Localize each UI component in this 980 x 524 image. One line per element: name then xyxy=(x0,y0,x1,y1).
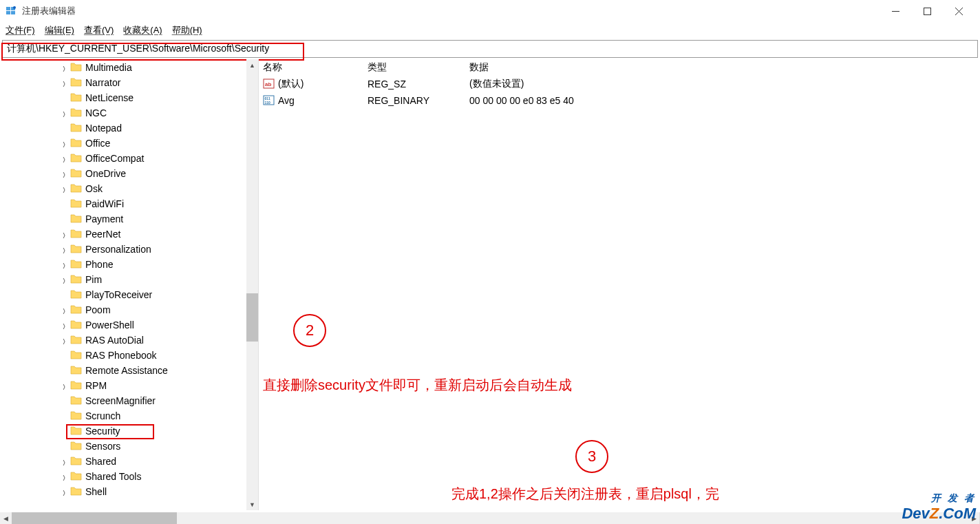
tree-item-rpm[interactable]: ›RPM xyxy=(0,378,258,393)
hscroll-left-button[interactable]: ◀ xyxy=(0,512,12,524)
chevron-right-icon[interactable]: › xyxy=(59,302,69,317)
chevron-right-icon[interactable]: › xyxy=(59,105,69,120)
hscroll-thumb[interactable] xyxy=(12,512,177,524)
tree-item-label: OneDrive xyxy=(85,168,126,179)
chevron-right-icon[interactable]: › xyxy=(59,181,69,196)
tree-item-label: Pim xyxy=(85,274,102,285)
tree-item-poom[interactable]: ›Poom xyxy=(0,302,258,317)
chevron-right-icon[interactable]: › xyxy=(59,242,69,257)
chevron-right-icon[interactable]: › xyxy=(59,378,69,393)
horizontal-scrollbar[interactable]: ◀ ▶ xyxy=(0,512,980,524)
chevron-right-icon[interactable]: › xyxy=(59,60,69,75)
tree-item-notepad[interactable]: Notepad xyxy=(0,120,258,136)
value-list[interactable]: ab(默认)REG_SZ(数值未设置)011110AvgREG_BINARY00… xyxy=(259,76,980,109)
col-data[interactable]: 数据 xyxy=(469,61,980,74)
tree-item-label: ScreenMagnifier xyxy=(85,395,156,406)
menu-view[interactable]: 查看(V) xyxy=(84,24,114,36)
folder-icon xyxy=(70,107,83,118)
tree-item-phone[interactable]: ›Phone xyxy=(0,257,258,272)
svg-text:110: 110 xyxy=(265,101,271,105)
maximize-button[interactable] xyxy=(911,0,943,22)
address-bar[interactable]: 计算机\HKEY_CURRENT_USER\Software\Microsoft… xyxy=(2,40,978,58)
menu-favorites[interactable]: 收藏夹(A) xyxy=(123,24,162,36)
folder-icon xyxy=(70,395,83,406)
folder-icon xyxy=(70,168,83,179)
tree-item-security[interactable]: Security xyxy=(0,423,258,439)
folder-icon xyxy=(70,350,83,361)
tree-item-label: PaidWiFi xyxy=(85,198,124,209)
tree-item-ngc[interactable]: ›NGC xyxy=(0,105,258,120)
value-name: Avg xyxy=(278,95,368,106)
tree-item-label: Multimedia xyxy=(85,62,132,73)
folder-icon xyxy=(70,304,83,315)
tree-item-label: RPM xyxy=(85,380,107,391)
col-name[interactable]: 名称 xyxy=(263,61,368,74)
svg-rect-2 xyxy=(6,11,10,14)
tree-item-remote-assistance[interactable]: Remote Assistance xyxy=(0,363,258,378)
tree-item-screenmagnifier[interactable]: ScreenMagnifier xyxy=(0,393,258,408)
binary-value-icon: 011110 xyxy=(263,94,275,107)
chevron-right-icon[interactable]: › xyxy=(59,454,69,469)
close-button[interactable] xyxy=(943,0,974,22)
tree-item-powershell[interactable]: ›PowerShell xyxy=(0,317,258,333)
tree-item-pim[interactable]: ›Pim xyxy=(0,272,258,287)
scroll-down-button[interactable]: ▼ xyxy=(246,499,258,510)
col-type[interactable]: 类型 xyxy=(368,61,469,74)
chevron-right-icon[interactable]: › xyxy=(59,469,69,484)
chevron-right-icon[interactable]: › xyxy=(59,272,69,287)
chevron-right-icon[interactable]: › xyxy=(59,151,69,166)
chevron-right-icon[interactable]: › xyxy=(59,484,69,499)
chevron-right-icon[interactable]: › xyxy=(59,136,69,151)
tree-item-personalization[interactable]: ›Personalization xyxy=(0,242,258,257)
tree-item-office[interactable]: ›Office xyxy=(0,136,258,151)
folder-icon xyxy=(70,229,83,240)
tree-item-peernet[interactable]: ›PeerNet xyxy=(0,227,258,242)
value-row[interactable]: 011110AvgREG_BINARY00 00 00 00 e0 83 e5 … xyxy=(259,92,980,109)
tree-item-shared[interactable]: ›Shared xyxy=(0,454,258,469)
minimize-button[interactable] xyxy=(880,0,911,22)
chevron-right-icon[interactable]: › xyxy=(59,333,69,348)
tree-list[interactable]: ›Multimedia›NarratorNetLicense›NGCNotepa… xyxy=(0,59,258,499)
tree-scrollbar[interactable]: ▲ ▼ xyxy=(246,59,258,510)
chevron-right-icon[interactable]: › xyxy=(59,166,69,181)
tree-item-shared-tools[interactable]: ›Shared Tools xyxy=(0,469,258,484)
tree-item-paidwifi[interactable]: PaidWiFi xyxy=(0,196,258,211)
menu-edit[interactable]: 编辑(E) xyxy=(45,24,74,36)
scroll-up-button[interactable]: ▲ xyxy=(246,59,258,71)
hscroll-track[interactable] xyxy=(177,512,968,524)
chevron-right-icon[interactable]: › xyxy=(59,75,69,90)
chevron-right-icon[interactable]: › xyxy=(59,257,69,272)
tree-item-ras-autodial[interactable]: ›RAS AutoDial xyxy=(0,333,258,348)
menu-help[interactable]: 帮助(H) xyxy=(172,24,202,36)
scroll-thumb[interactable] xyxy=(246,293,258,342)
tree-item-label: PowerShell xyxy=(85,319,134,331)
tree-item-narrator[interactable]: ›Narrator xyxy=(0,75,258,90)
tree-item-sensors[interactable]: Sensors xyxy=(0,439,258,454)
tree-item-scrunch[interactable]: Scrunch xyxy=(0,408,258,423)
tree-item-ras-phonebook[interactable]: RAS Phonebook xyxy=(0,348,258,363)
svg-rect-6 xyxy=(924,8,930,14)
tree-item-playtoreceiver[interactable]: PlayToReceiver xyxy=(0,287,258,302)
tree-item-label: Shared xyxy=(85,456,116,467)
menu-file[interactable]: 文件(F) xyxy=(6,24,35,36)
tree-item-onedrive[interactable]: ›OneDrive xyxy=(0,166,258,181)
tree-item-multimedia[interactable]: ›Multimedia xyxy=(0,60,258,75)
tree-item-osk[interactable]: ›Osk xyxy=(0,181,258,196)
annotation-step2-text: 直接删除security文件即可，重新启动后会自动生成 xyxy=(263,376,572,395)
folder-icon xyxy=(70,183,83,194)
chevron-right-icon[interactable]: › xyxy=(59,317,69,333)
tree-item-shell[interactable]: ›Shell xyxy=(0,484,258,499)
column-header[interactable]: 名称 类型 数据 xyxy=(259,59,980,76)
folder-icon xyxy=(70,365,83,376)
folder-icon xyxy=(70,289,83,300)
folder-icon xyxy=(70,380,83,391)
annotation-step2-circle: 2 xyxy=(293,314,326,347)
tree-item-netlicense[interactable]: NetLicense xyxy=(0,90,258,105)
chevron-right-icon[interactable]: › xyxy=(59,227,69,242)
tree-item-officecompat[interactable]: ›OfficeCompat xyxy=(0,151,258,166)
value-row[interactable]: ab(默认)REG_SZ(数值未设置) xyxy=(259,76,980,92)
value-type: REG_SZ xyxy=(368,78,469,90)
content-area: ›Multimedia›NarratorNetLicense›NGCNotepa… xyxy=(0,59,980,510)
hscroll-right-button[interactable]: ▶ xyxy=(968,512,980,524)
tree-item-payment[interactable]: Payment xyxy=(0,211,258,227)
